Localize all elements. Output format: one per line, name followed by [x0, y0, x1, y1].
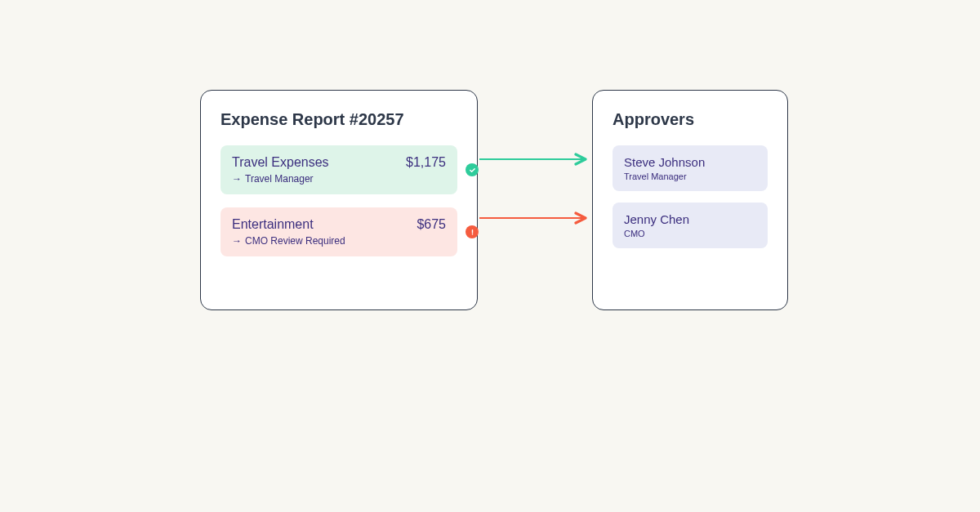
expense-subtext: → CMO Review Required — [232, 235, 446, 247]
expense-amount: $675 — [416, 217, 446, 232]
arrow-right-icon: → — [232, 173, 242, 185]
check-circle-icon — [466, 163, 479, 176]
expense-item-travel: Travel Expenses $1,175 → Travel Manager — [220, 145, 457, 194]
connector-arrow-green — [478, 143, 592, 176]
expense-amount: $1,175 — [406, 155, 446, 170]
approver-item: Steve Johnson Travel Manager — [612, 145, 768, 191]
expense-subtext: → Travel Manager — [232, 173, 446, 185]
approver-item: Jenny Chen CMO — [612, 203, 768, 248]
approver-role: Travel Manager — [624, 171, 756, 181]
expense-name: Entertainment — [232, 217, 314, 232]
expense-item-entertainment: Entertainment $675 → CMO Review Required — [220, 207, 457, 256]
approvers-card: Approvers Steve Johnson Travel Manager J… — [592, 90, 788, 310]
alert-circle-icon — [466, 225, 479, 238]
approver-name: Steve Johnson — [624, 155, 756, 169]
approver-name: Jenny Chen — [624, 212, 756, 226]
approvers-title: Approvers — [612, 110, 768, 129]
expense-name: Travel Expenses — [232, 155, 329, 170]
arrow-right-icon: → — [232, 235, 242, 247]
approver-role: CMO — [624, 229, 756, 238]
expense-report-title: Expense Report #20257 — [220, 110, 457, 129]
expense-report-card: Expense Report #20257 Travel Expenses $1… — [200, 90, 478, 310]
svg-point-1 — [471, 234, 473, 235]
connector-arrow-red — [478, 202, 592, 234]
